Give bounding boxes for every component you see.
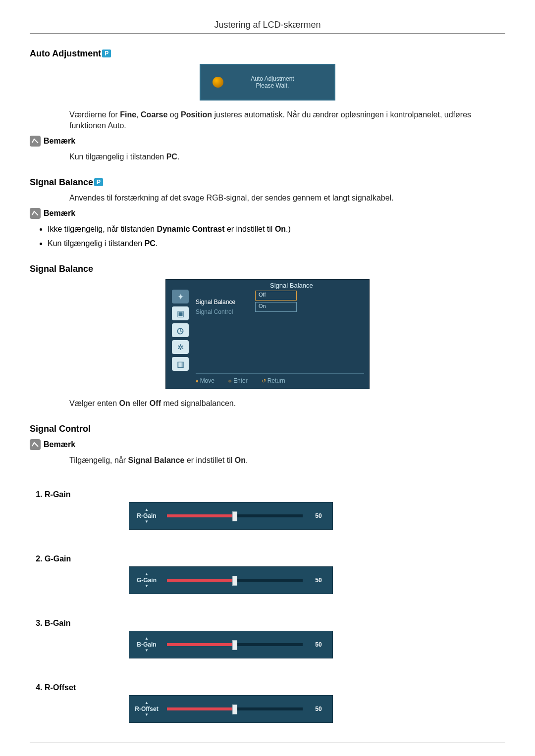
divider bbox=[30, 743, 505, 743]
p-badge-icon: P bbox=[94, 178, 103, 186]
heading-auto-adjustment: Auto AdjustmentP bbox=[30, 49, 505, 59]
auto-adj-desc: Værdierne for Fine, Coarse og Position j… bbox=[69, 109, 505, 131]
list-item: Kun tilgængelig i tilstanden PC. bbox=[48, 238, 505, 249]
arrow-up-icon: ▲ bbox=[145, 701, 149, 705]
enter-icon: ⎆ bbox=[228, 378, 232, 384]
slider-value: 50 bbox=[310, 512, 327, 519]
list-item: Ikke tilgængelig, når tilstanden Dynamic… bbox=[48, 224, 505, 235]
spinner-icon bbox=[213, 77, 223, 88]
item-label: G-Gain bbox=[45, 554, 71, 563]
slider-r-gain[interactable]: ▲R-Gain▼ 50 bbox=[129, 502, 333, 530]
footer-move: Move bbox=[200, 377, 214, 384]
note-icon bbox=[30, 439, 41, 450]
slider-thumb[interactable] bbox=[232, 511, 237, 521]
panel-line1: Auto Adjustment bbox=[251, 75, 294, 82]
slider-value: 50 bbox=[310, 641, 327, 648]
arrow-up-icon: ▲ bbox=[145, 508, 149, 512]
osd-setup-icon[interactable]: ✲ bbox=[172, 340, 189, 354]
auto-adjustment-panel: Auto Adjustment Please Wait. bbox=[200, 64, 335, 101]
signal-control-list: R-Gain ▲R-Gain▼ 50 G-Gain ▲G-Gain▼ 50 B-… bbox=[35, 490, 505, 723]
heading-text: Auto Adjustment bbox=[30, 49, 101, 58]
osd-option-on[interactable]: On bbox=[255, 302, 297, 312]
osd-title: Signal Balance bbox=[270, 282, 365, 289]
slider-value: 50 bbox=[310, 706, 327, 712]
osd-input-icon[interactable]: ▣ bbox=[172, 306, 189, 320]
slider-b-gain[interactable]: ▲B-Gain▼ 50 bbox=[129, 631, 333, 658]
osd-option-off[interactable]: Off bbox=[255, 291, 297, 301]
heading-signal-balance-1: Signal BalanceP bbox=[30, 177, 505, 188]
list-item-r-offset: R-Offset ▲R-Offset▼ 50 bbox=[45, 683, 505, 723]
note-sigctrl: Bemærk bbox=[30, 439, 505, 450]
item-label: R-Gain bbox=[45, 490, 70, 499]
slider-track[interactable] bbox=[167, 643, 303, 646]
note-label: Bemærk bbox=[44, 137, 75, 146]
page-title: Justering af LCD-skærmen bbox=[30, 20, 505, 30]
arrow-up-icon: ▲ bbox=[145, 637, 149, 641]
item-label: B-Gain bbox=[45, 619, 70, 627]
note-auto-adj: Bemærk bbox=[30, 136, 505, 147]
note-sigbal: Bemærk bbox=[30, 208, 505, 219]
slider-label: R-Offset bbox=[135, 706, 158, 712]
footer-return: Return bbox=[268, 377, 285, 384]
list-item-r-gain: R-Gain ▲R-Gain▼ 50 bbox=[45, 490, 505, 530]
auto-adj-avail: Kun tilgængelig i tilstanden PC. bbox=[69, 151, 505, 162]
slider-thumb[interactable] bbox=[232, 640, 237, 650]
slider-track[interactable] bbox=[167, 579, 303, 582]
sigbal-panel-desc: Vælger enten On eller Off med signalbala… bbox=[69, 398, 505, 409]
heading-signal-control: Signal Control bbox=[30, 424, 505, 434]
arrow-down-icon: ▼ bbox=[145, 649, 149, 653]
slider-track[interactable] bbox=[167, 707, 303, 710]
sigctrl-avail: Tilgængelig, når Signal Balance er indst… bbox=[69, 455, 505, 466]
sigbal-desc: Anvendes til forstærkning af det svage R… bbox=[69, 193, 505, 203]
osd-footer: ♦Move ⎆Enter ↺Return bbox=[196, 373, 364, 386]
osd-multi-icon[interactable]: ▥ bbox=[172, 357, 189, 371]
item-label: R-Offset bbox=[45, 683, 76, 692]
arrow-down-icon: ▼ bbox=[145, 584, 149, 588]
return-icon: ↺ bbox=[262, 378, 266, 384]
slider-value: 50 bbox=[310, 577, 327, 584]
osd-clock-icon[interactable]: ◷ bbox=[172, 323, 189, 337]
slider-thumb[interactable] bbox=[232, 705, 237, 714]
move-icon: ♦ bbox=[196, 378, 199, 384]
list-item-b-gain: B-Gain ▲B-Gain▼ 50 bbox=[45, 619, 505, 658]
note-icon bbox=[30, 136, 41, 147]
panel-line2: Please Wait. bbox=[256, 82, 289, 89]
slider-label: R-Gain bbox=[137, 512, 156, 519]
osd-row-signal-balance[interactable]: Signal Balance bbox=[196, 299, 255, 305]
slider-track[interactable] bbox=[167, 514, 303, 517]
heading-text: Signal Balance bbox=[30, 177, 93, 187]
slider-thumb[interactable] bbox=[232, 576, 237, 586]
footer-enter: Enter bbox=[233, 377, 248, 384]
signal-balance-osd: Signal Balance ✦ ▣ ◷ ✲ ▥ Signal Balance … bbox=[165, 279, 370, 389]
slider-r-offset[interactable]: ▲R-Offset▼ 50 bbox=[129, 695, 333, 723]
divider bbox=[30, 33, 505, 34]
sigbal-notes-list: Ikke tilgængelig, når tilstanden Dynamic… bbox=[38, 224, 505, 249]
arrow-down-icon: ▼ bbox=[145, 520, 149, 524]
slider-g-gain[interactable]: ▲G-Gain▼ 50 bbox=[129, 566, 333, 594]
slider-label: G-Gain bbox=[137, 577, 157, 584]
note-label: Bemærk bbox=[44, 209, 75, 218]
osd-picture-icon[interactable]: ✦ bbox=[172, 290, 189, 303]
note-label: Bemærk bbox=[44, 440, 75, 449]
arrow-up-icon: ▲ bbox=[145, 572, 149, 576]
osd-sidebar: ✦ ▣ ◷ ✲ ▥ bbox=[172, 290, 190, 371]
slider-label: B-Gain bbox=[137, 641, 156, 648]
note-icon bbox=[30, 208, 41, 219]
list-item-g-gain: G-Gain ▲G-Gain▼ 50 bbox=[45, 554, 505, 594]
osd-row-signal-control[interactable]: Signal Control bbox=[196, 308, 255, 315]
heading-signal-balance-2: Signal Balance bbox=[30, 264, 505, 274]
p-badge-icon: P bbox=[102, 50, 111, 57]
arrow-down-icon: ▼ bbox=[145, 713, 149, 717]
